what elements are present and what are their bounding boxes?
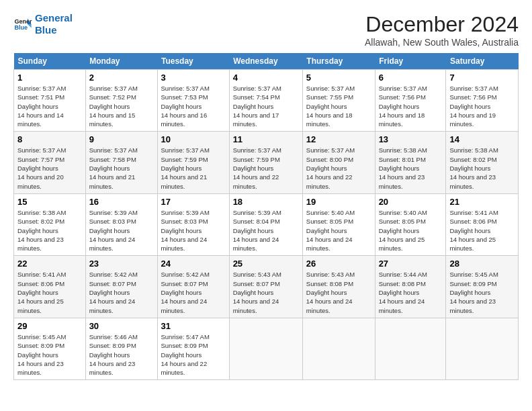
calendar-cell: 15Sunrise: 5:38 AMSunset: 8:02 PMDayligh… xyxy=(14,193,86,255)
day-info: Sunrise: 5:37 AMSunset: 7:59 PMDaylight … xyxy=(233,146,299,190)
day-number: 23 xyxy=(89,259,154,269)
day-number: 14 xyxy=(449,134,515,144)
calendar-cell: 31Sunrise: 5:47 AMSunset: 8:09 PMDayligh… xyxy=(157,318,229,379)
day-number: 31 xyxy=(161,321,226,331)
day-number: 20 xyxy=(379,197,443,207)
logo-icon: General Blue xyxy=(13,15,32,34)
location: Allawah, New South Wales, Australia xyxy=(365,37,519,48)
day-info: Sunrise: 5:40 AMSunset: 8:05 PMDaylight … xyxy=(306,208,371,253)
day-number: 24 xyxy=(161,259,226,269)
calendar-cell: 25Sunrise: 5:43 AMSunset: 8:07 PMDayligh… xyxy=(229,256,302,318)
weekday-header-thursday: Thursday xyxy=(302,53,375,70)
weekday-header-friday: Friday xyxy=(375,53,446,70)
calendar-cell: 4Sunrise: 5:37 AMSunset: 7:54 PMDaylight… xyxy=(229,70,302,132)
day-number: 25 xyxy=(233,259,299,269)
calendar-cell: 26Sunrise: 5:43 AMSunset: 8:08 PMDayligh… xyxy=(302,256,375,318)
calendar-cell: 19Sunrise: 5:40 AMSunset: 8:05 PMDayligh… xyxy=(302,193,375,255)
weekday-header-saturday: Saturday xyxy=(446,53,519,70)
calendar-cell: 24Sunrise: 5:42 AMSunset: 8:07 PMDayligh… xyxy=(157,256,229,318)
calendar-cell: 7Sunrise: 5:37 AMSunset: 7:56 PMDaylight… xyxy=(446,70,519,132)
day-info: Sunrise: 5:39 AMSunset: 8:04 PMDaylight … xyxy=(233,208,299,253)
svg-text:Blue: Blue xyxy=(14,24,28,31)
day-number: 2 xyxy=(89,73,154,83)
day-number: 9 xyxy=(89,134,154,144)
calendar-cell xyxy=(446,318,519,379)
calendar-cell xyxy=(375,318,446,379)
day-info: Sunrise: 5:37 AMSunset: 7:56 PMDaylight … xyxy=(379,84,443,128)
day-number: 4 xyxy=(233,73,299,83)
calendar-cell: 23Sunrise: 5:42 AMSunset: 8:07 PMDayligh… xyxy=(85,256,157,318)
calendar-cell: 20Sunrise: 5:40 AMSunset: 8:05 PMDayligh… xyxy=(375,193,446,255)
calendar-cell: 18Sunrise: 5:39 AMSunset: 8:04 PMDayligh… xyxy=(229,193,302,255)
calendar-cell: 5Sunrise: 5:37 AMSunset: 7:55 PMDaylight… xyxy=(302,70,375,132)
day-info: Sunrise: 5:37 AMSunset: 7:52 PMDaylight … xyxy=(89,84,154,128)
day-number: 22 xyxy=(17,259,82,269)
day-info: Sunrise: 5:45 AMSunset: 8:09 PMDaylight … xyxy=(17,332,82,377)
day-info: Sunrise: 5:41 AMSunset: 8:06 PMDaylight … xyxy=(17,270,82,314)
calendar-cell: 16Sunrise: 5:39 AMSunset: 8:03 PMDayligh… xyxy=(85,193,157,255)
calendar-cell: 3Sunrise: 5:37 AMSunset: 7:53 PMDaylight… xyxy=(157,70,229,132)
title-block: December 2024 Allawah, New South Wales, … xyxy=(365,12,519,48)
day-info: Sunrise: 5:38 AMSunset: 8:01 PMDaylight … xyxy=(379,146,443,190)
calendar-cell: 10Sunrise: 5:37 AMSunset: 7:59 PMDayligh… xyxy=(157,132,229,193)
day-number: 12 xyxy=(306,134,371,144)
day-number: 28 xyxy=(449,259,515,269)
day-number: 3 xyxy=(161,73,226,83)
day-info: Sunrise: 5:43 AMSunset: 8:07 PMDaylight … xyxy=(233,270,299,314)
day-info: Sunrise: 5:42 AMSunset: 8:07 PMDaylight … xyxy=(161,270,226,314)
weekday-header-monday: Monday xyxy=(85,53,157,70)
day-number: 17 xyxy=(161,197,226,207)
logo-text: General Blue xyxy=(35,12,73,36)
day-info: Sunrise: 5:45 AMSunset: 8:09 PMDaylight … xyxy=(449,270,515,314)
day-info: Sunrise: 5:37 AMSunset: 7:58 PMDaylight … xyxy=(89,146,154,190)
day-info: Sunrise: 5:38 AMSunset: 8:02 PMDaylight … xyxy=(17,208,82,253)
calendar-table: SundayMondayTuesdayWednesdayThursdayFrid… xyxy=(13,53,519,380)
calendar-cell: 21Sunrise: 5:41 AMSunset: 8:06 PMDayligh… xyxy=(446,193,519,255)
day-info: Sunrise: 5:47 AMSunset: 8:09 PMDaylight … xyxy=(161,332,226,377)
day-info: Sunrise: 5:39 AMSunset: 8:03 PMDaylight … xyxy=(161,208,226,253)
calendar-cell: 28Sunrise: 5:45 AMSunset: 8:09 PMDayligh… xyxy=(446,256,519,318)
day-number: 27 xyxy=(379,259,443,269)
month-title: December 2024 xyxy=(365,12,519,37)
calendar-week-0: 1Sunrise: 5:37 AMSunset: 7:51 PMDaylight… xyxy=(14,70,519,132)
day-info: Sunrise: 5:38 AMSunset: 8:02 PMDaylight … xyxy=(449,146,515,190)
calendar-cell xyxy=(229,318,302,379)
day-number: 5 xyxy=(306,73,371,83)
day-number: 21 xyxy=(449,197,515,207)
day-info: Sunrise: 5:37 AMSunset: 8:00 PMDaylight … xyxy=(306,146,371,190)
calendar-cell: 1Sunrise: 5:37 AMSunset: 7:51 PMDaylight… xyxy=(14,70,86,132)
day-number: 26 xyxy=(306,259,371,269)
day-number: 8 xyxy=(17,134,82,144)
day-number: 7 xyxy=(449,73,515,83)
day-number: 16 xyxy=(89,197,154,207)
day-number: 1 xyxy=(17,73,82,83)
weekday-header-tuesday: Tuesday xyxy=(157,53,229,70)
day-number: 6 xyxy=(379,73,443,83)
day-info: Sunrise: 5:42 AMSunset: 8:07 PMDaylight … xyxy=(89,270,154,314)
page: General Blue General Blue December 2024 … xyxy=(0,0,532,387)
calendar-cell: 11Sunrise: 5:37 AMSunset: 7:59 PMDayligh… xyxy=(229,132,302,193)
day-number: 18 xyxy=(233,197,299,207)
calendar-cell: 2Sunrise: 5:37 AMSunset: 7:52 PMDaylight… xyxy=(85,70,157,132)
day-info: Sunrise: 5:37 AMSunset: 7:53 PMDaylight … xyxy=(161,84,226,128)
day-info: Sunrise: 5:37 AMSunset: 7:57 PMDaylight … xyxy=(17,146,82,190)
calendar-week-3: 22Sunrise: 5:41 AMSunset: 8:06 PMDayligh… xyxy=(14,256,519,318)
calendar-cell: 6Sunrise: 5:37 AMSunset: 7:56 PMDaylight… xyxy=(375,70,446,132)
calendar-cell: 12Sunrise: 5:37 AMSunset: 8:00 PMDayligh… xyxy=(302,132,375,193)
day-number: 30 xyxy=(89,321,154,331)
calendar-cell: 9Sunrise: 5:37 AMSunset: 7:58 PMDaylight… xyxy=(85,132,157,193)
calendar-cell: 22Sunrise: 5:41 AMSunset: 8:06 PMDayligh… xyxy=(14,256,86,318)
day-number: 10 xyxy=(161,134,226,144)
weekday-header-sunday: Sunday xyxy=(14,53,86,70)
calendar-week-4: 29Sunrise: 5:45 AMSunset: 8:09 PMDayligh… xyxy=(14,318,519,379)
day-number: 19 xyxy=(306,197,371,207)
day-info: Sunrise: 5:39 AMSunset: 8:03 PMDaylight … xyxy=(89,208,154,253)
calendar-week-2: 15Sunrise: 5:38 AMSunset: 8:02 PMDayligh… xyxy=(14,193,519,255)
calendar-cell: 29Sunrise: 5:45 AMSunset: 8:09 PMDayligh… xyxy=(14,318,86,379)
svg-marker-3 xyxy=(28,24,32,28)
calendar-cell: 17Sunrise: 5:39 AMSunset: 8:03 PMDayligh… xyxy=(157,193,229,255)
day-info: Sunrise: 5:40 AMSunset: 8:05 PMDaylight … xyxy=(379,208,443,253)
logo: General Blue General Blue xyxy=(13,12,73,36)
day-number: 13 xyxy=(379,134,443,144)
calendar-week-1: 8Sunrise: 5:37 AMSunset: 7:57 PMDaylight… xyxy=(14,132,519,193)
